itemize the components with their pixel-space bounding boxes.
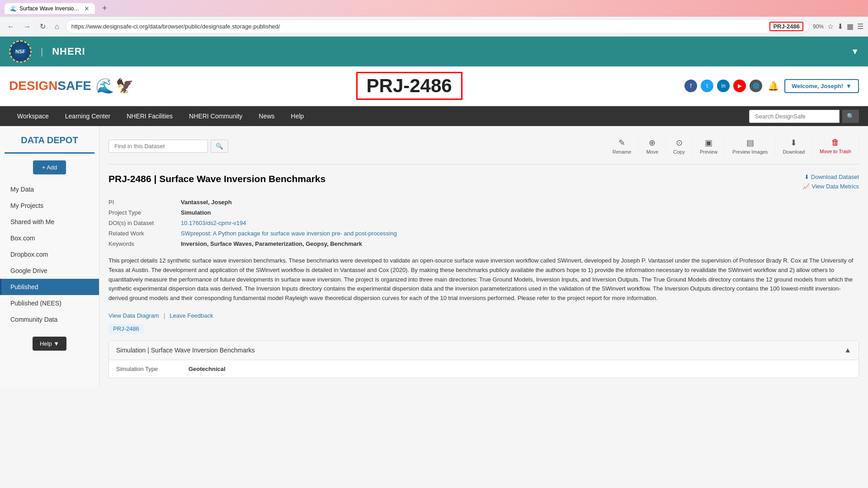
dataset-search-button[interactable]: 🔍: [211, 140, 228, 153]
dataset-panel: 🔍 ✎ Rename ⊕ Move ⊙ Copy ▣ Preview: [99, 126, 868, 387]
nav-items: Workspace Learning Center NHERI Faciliti…: [9, 106, 312, 126]
sidebar-item-shared-with-me[interactable]: Shared with Me: [0, 214, 99, 230]
welcome-label: Welcome, Joseph!: [792, 83, 843, 89]
facebook-icon[interactable]: f: [684, 80, 697, 92]
download-dataset-label: Download Dataset: [811, 174, 859, 180]
sidebar-item-learning-center[interactable]: Learning Center: [57, 106, 118, 126]
nheri-logo-text: NHERI: [52, 46, 85, 57]
simulation-toggle-icon[interactable]: ▲: [844, 346, 851, 354]
sim-header-label: Simulation | Surface Wave Inversion Benc…: [116, 347, 255, 354]
prj-banner: PRJ-2486: [356, 72, 462, 100]
preview-images-action[interactable]: ▤ Preview Images: [725, 135, 775, 157]
project-meta: PI Vantassel, Joseph Project Type Simula…: [108, 199, 859, 247]
project-actions: ⬇ Download Dataset 📈 View Data Metrics: [802, 174, 859, 190]
help-button[interactable]: Help ▼: [33, 337, 66, 351]
sidebar-item-google-drive[interactable]: Google Drive: [0, 263, 99, 279]
bookmark-icon[interactable]: ☆: [827, 22, 834, 31]
tab-title: Surface Wave Inversion Benchm...: [19, 5, 81, 12]
download-dataset-link[interactable]: ⬇ Download Dataset: [804, 174, 859, 180]
main-content: DATA DEPOT + Add My Data My Projects Sha…: [0, 126, 868, 387]
linkedin-icon[interactable]: in: [717, 80, 730, 92]
youtube-icon[interactable]: ▶: [733, 80, 746, 92]
move-label: Move: [646, 149, 658, 155]
download-icon[interactable]: ⬇: [837, 22, 843, 31]
header-user-area: f t in ▶ 🌐 🔔 Welcome, Joseph! ▼: [684, 79, 859, 93]
leave-feedback-link[interactable]: Leave Feedback: [170, 312, 213, 319]
move-action[interactable]: ⊕ Move: [639, 135, 666, 157]
tab-close-icon[interactable]: ✕: [84, 5, 90, 12]
simulation-header: Simulation | Surface Wave Inversion Benc…: [109, 341, 859, 360]
download-label: Download: [783, 149, 805, 155]
globe-icon[interactable]: 🌐: [750, 80, 762, 92]
twitter-icon[interactable]: t: [701, 80, 713, 92]
browser-tab[interactable]: 🌊 Surface Wave Inversion Benchm... ✕: [5, 3, 95, 14]
sidebar-item-box[interactable]: Box.com: [0, 230, 99, 246]
keywords-label: Keywords: [108, 240, 181, 247]
welcome-arrow-icon: ▼: [846, 83, 852, 89]
download-action[interactable]: ⬇ Download: [775, 135, 812, 157]
header-dropdown-icon[interactable]: ▼: [851, 47, 859, 56]
browser-toolbar-right: 90% ☆ ⬇ ▦ ☰: [813, 22, 863, 31]
notification-bell-icon[interactable]: 🔔: [768, 80, 779, 91]
add-tab-button[interactable]: +: [99, 3, 111, 14]
preview-label: Preview: [700, 149, 717, 155]
nav-search-input[interactable]: [749, 110, 840, 123]
sidebar-item-nheri-facilities[interactable]: NHERI Facilities: [118, 106, 181, 126]
simulation-body: Simulation Type Geotechnical: [109, 360, 859, 378]
sim-type-value: Geotechnical: [189, 366, 851, 372]
sidebar-item-community-data[interactable]: Community Data: [0, 311, 99, 328]
site-logo-area: NSF | NHERI: [9, 40, 85, 63]
preview-images-label: Preview Images: [732, 149, 768, 155]
welcome-button[interactable]: Welcome, Joseph! ▼: [784, 79, 859, 93]
data-depot-title: DATA DEPOT: [5, 135, 94, 154]
move-to-trash-action[interactable]: 🗑 Move to Trash: [812, 135, 859, 157]
url-prj-highlight: PRJ-2486: [769, 22, 803, 31]
nav-search-button[interactable]: 🔍: [842, 110, 859, 123]
metrics-icon: 📈: [802, 183, 810, 190]
nav-search: 🔍: [749, 110, 859, 123]
rename-action[interactable]: ✎ Rename: [605, 135, 639, 157]
doi-link[interactable]: 10.17603/ds2-cpmr-v194: [181, 220, 246, 226]
sidebar-item-published-nees[interactable]: Published (NEES): [0, 295, 99, 311]
sidebar-item-help[interactable]: Help: [283, 106, 312, 126]
project-links: View Data Diagram | Leave Feedback: [108, 312, 859, 319]
dataset-toolbar: 🔍 ✎ Rename ⊕ Move ⊙ Copy ▣ Preview: [108, 135, 859, 164]
related-link[interactable]: SWprepost: A Python package for surface …: [181, 230, 397, 237]
menu-icon[interactable]: ☰: [857, 22, 863, 31]
browser-chrome: 🌊 Surface Wave Inversion Benchm... ✕ +: [0, 0, 868, 17]
dataset-search-input[interactable]: [108, 140, 208, 153]
back-button[interactable]: ←: [5, 21, 17, 33]
sidebar-item-my-data[interactable]: My Data: [0, 181, 99, 197]
copy-action[interactable]: ⊙ Copy: [666, 135, 693, 157]
forward-button[interactable]: →: [21, 21, 33, 33]
project-tag: PRJ-2486: [108, 324, 859, 340]
sidebar-item-dropbox[interactable]: Dropbox.com: [0, 246, 99, 263]
design-safe-logo: DESIGNSAFE: [9, 79, 91, 93]
sidebar-item-news[interactable]: News: [250, 106, 283, 126]
doi-label: DOI(s) in Dataset: [108, 220, 181, 226]
sim-meta: Simulation Type Geotechnical: [116, 366, 851, 372]
site-title: DESIGNSAFE 🌊 🦅: [9, 77, 134, 94]
sidebar: DATA DEPOT + Add My Data My Projects Sha…: [0, 126, 99, 387]
sidebar-item-workspace[interactable]: Workspace: [9, 106, 57, 126]
copy-label: Copy: [673, 149, 685, 155]
pi-label: PI: [108, 199, 181, 206]
project-title: PRJ-2486 | Surface Wave Inversion Benchm…: [108, 174, 326, 184]
sidebar-item-nheri-community[interactable]: NHERI Community: [181, 106, 250, 126]
extensions-icon[interactable]: ▦: [847, 22, 854, 31]
dataset-search: 🔍: [108, 140, 228, 153]
sidebar-item-published[interactable]: Published: [0, 279, 99, 295]
refresh-button[interactable]: ↻: [37, 20, 48, 33]
view-diagram-link[interactable]: View Data Diagram: [108, 312, 159, 319]
link-separator: |: [164, 312, 165, 319]
add-button[interactable]: + Add: [33, 160, 66, 174]
address-bar[interactable]: https://www.designsafe-ci.org/data/brows…: [66, 19, 809, 33]
toolbar-actions: ✎ Rename ⊕ Move ⊙ Copy ▣ Preview ▤ Pre: [605, 135, 859, 157]
nsf-logo-text: NSF: [15, 49, 25, 54]
home-button[interactable]: ⌂: [52, 21, 62, 33]
view-data-metrics-link[interactable]: 📈 View Data Metrics: [802, 183, 859, 190]
preview-action[interactable]: ▣ Preview: [693, 135, 725, 157]
sidebar-menu: My Data My Projects Shared with Me Box.c…: [0, 181, 99, 328]
sidebar-item-my-projects[interactable]: My Projects: [0, 197, 99, 214]
project-tag-label: PRJ-2486: [108, 324, 144, 333]
